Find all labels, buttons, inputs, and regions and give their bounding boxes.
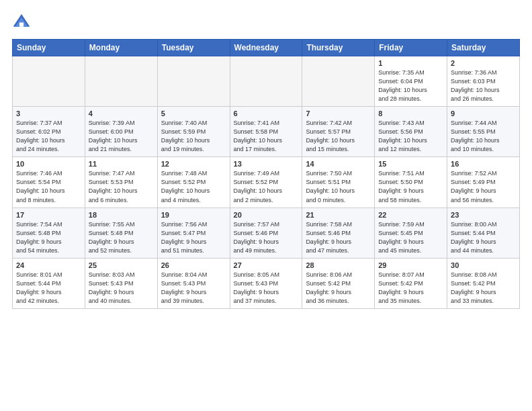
weekday-header-tuesday: Tuesday xyxy=(157,40,230,56)
weekday-header-sunday: Sunday xyxy=(13,40,85,56)
day-number: 19 xyxy=(161,211,226,219)
calendar-week-5: 24Sunrise: 8:01 AM Sunset: 5:44 PM Dayli… xyxy=(13,258,520,308)
logo-icon xyxy=(12,12,31,31)
calendar-week-1: 1Sunrise: 7:35 AM Sunset: 6:04 PM Daylig… xyxy=(13,56,520,107)
day-number: 13 xyxy=(234,160,299,168)
calendar-cell: 20Sunrise: 7:57 AM Sunset: 5:46 PM Dayli… xyxy=(230,208,302,258)
day-info: Sunrise: 8:05 AM Sunset: 5:43 PM Dayligh… xyxy=(234,271,299,306)
calendar-cell: 27Sunrise: 8:05 AM Sunset: 5:43 PM Dayli… xyxy=(230,258,302,308)
day-info: Sunrise: 7:52 AM Sunset: 5:49 PM Dayligh… xyxy=(451,169,516,204)
day-info: Sunrise: 8:01 AM Sunset: 5:44 PM Dayligh… xyxy=(16,271,81,306)
day-number: 28 xyxy=(306,261,371,269)
day-number: 3 xyxy=(16,109,81,118)
day-number: 5 xyxy=(161,109,226,118)
day-info: Sunrise: 7:54 AM Sunset: 5:48 PM Dayligh… xyxy=(16,220,81,255)
day-info: Sunrise: 7:43 AM Sunset: 5:56 PM Dayligh… xyxy=(378,119,443,154)
day-number: 27 xyxy=(234,261,299,269)
day-number: 9 xyxy=(451,109,516,118)
day-info: Sunrise: 7:36 AM Sunset: 6:03 PM Dayligh… xyxy=(451,68,516,103)
day-info: Sunrise: 7:46 AM Sunset: 5:54 PM Dayligh… xyxy=(16,169,81,204)
calendar-cell: 5Sunrise: 7:40 AM Sunset: 5:59 PM Daylig… xyxy=(157,107,230,157)
calendar-cell: 23Sunrise: 8:00 AM Sunset: 5:44 PM Dayli… xyxy=(447,208,520,258)
day-number: 18 xyxy=(89,211,154,219)
svg-rect-2 xyxy=(19,23,24,27)
calendar-cell: 24Sunrise: 8:01 AM Sunset: 5:44 PM Dayli… xyxy=(13,258,85,308)
day-info: Sunrise: 8:00 AM Sunset: 5:44 PM Dayligh… xyxy=(451,220,516,255)
calendar-week-3: 10Sunrise: 7:46 AM Sunset: 5:54 PM Dayli… xyxy=(13,157,520,208)
day-info: Sunrise: 7:57 AM Sunset: 5:46 PM Dayligh… xyxy=(234,220,299,255)
day-info: Sunrise: 7:44 AM Sunset: 5:55 PM Dayligh… xyxy=(451,119,516,154)
day-number: 24 xyxy=(16,261,81,269)
calendar-cell: 2Sunrise: 7:36 AM Sunset: 6:03 PM Daylig… xyxy=(447,56,520,107)
calendar-cell: 11Sunrise: 7:47 AM Sunset: 5:53 PM Dayli… xyxy=(85,157,157,208)
day-info: Sunrise: 8:06 AM Sunset: 5:42 PM Dayligh… xyxy=(306,271,371,306)
day-number: 10 xyxy=(16,160,81,168)
calendar-cell: 28Sunrise: 8:06 AM Sunset: 5:42 PM Dayli… xyxy=(302,258,375,308)
day-info: Sunrise: 8:07 AM Sunset: 5:42 PM Dayligh… xyxy=(378,271,443,306)
calendar-cell: 15Sunrise: 7:51 AM Sunset: 5:50 PM Dayli… xyxy=(375,157,447,208)
calendar-cell: 1Sunrise: 7:35 AM Sunset: 6:04 PM Daylig… xyxy=(375,56,447,107)
calendar-cell: 30Sunrise: 8:08 AM Sunset: 5:42 PM Dayli… xyxy=(447,258,520,308)
calendar-cell: 6Sunrise: 7:41 AM Sunset: 5:58 PM Daylig… xyxy=(230,107,302,157)
day-info: Sunrise: 8:08 AM Sunset: 5:42 PM Dayligh… xyxy=(451,271,516,306)
day-info: Sunrise: 7:59 AM Sunset: 5:45 PM Dayligh… xyxy=(378,220,443,255)
calendar-cell xyxy=(157,56,230,107)
logo xyxy=(12,12,34,31)
calendar-cell: 7Sunrise: 7:42 AM Sunset: 5:57 PM Daylig… xyxy=(302,107,375,157)
calendar-cell: 9Sunrise: 7:44 AM Sunset: 5:55 PM Daylig… xyxy=(447,107,520,157)
day-number: 12 xyxy=(161,160,226,168)
day-number: 4 xyxy=(89,109,154,118)
calendar-cell: 14Sunrise: 7:50 AM Sunset: 5:51 PM Dayli… xyxy=(302,157,375,208)
calendar-cell: 13Sunrise: 7:49 AM Sunset: 5:52 PM Dayli… xyxy=(230,157,302,208)
day-number: 1 xyxy=(378,59,443,67)
day-info: Sunrise: 8:04 AM Sunset: 5:43 PM Dayligh… xyxy=(161,271,226,306)
day-number: 30 xyxy=(451,261,516,269)
calendar-cell: 29Sunrise: 8:07 AM Sunset: 5:42 PM Dayli… xyxy=(375,258,447,308)
calendar-cell: 8Sunrise: 7:43 AM Sunset: 5:56 PM Daylig… xyxy=(375,107,447,157)
calendar-cell xyxy=(85,56,157,107)
weekday-header-wednesday: Wednesday xyxy=(230,40,302,56)
day-number: 29 xyxy=(378,261,443,269)
calendar-cell: 3Sunrise: 7:37 AM Sunset: 6:02 PM Daylig… xyxy=(13,107,85,157)
day-number: 2 xyxy=(451,59,516,67)
day-number: 21 xyxy=(306,211,371,219)
calendar-cell xyxy=(302,56,375,107)
day-info: Sunrise: 7:56 AM Sunset: 5:47 PM Dayligh… xyxy=(161,220,226,255)
weekday-header-row: SundayMondayTuesdayWednesdayThursdayFrid… xyxy=(13,40,520,56)
day-info: Sunrise: 7:37 AM Sunset: 6:02 PM Dayligh… xyxy=(16,119,81,154)
day-number: 16 xyxy=(451,160,516,168)
calendar-cell: 25Sunrise: 8:03 AM Sunset: 5:43 PM Dayli… xyxy=(85,258,157,308)
calendar-cell: 10Sunrise: 7:46 AM Sunset: 5:54 PM Dayli… xyxy=(13,157,85,208)
day-number: 23 xyxy=(451,211,516,219)
calendar-cell: 19Sunrise: 7:56 AM Sunset: 5:47 PM Dayli… xyxy=(157,208,230,258)
day-info: Sunrise: 7:47 AM Sunset: 5:53 PM Dayligh… xyxy=(89,169,154,204)
day-info: Sunrise: 7:51 AM Sunset: 5:50 PM Dayligh… xyxy=(378,169,443,204)
calendar-cell: 16Sunrise: 7:52 AM Sunset: 5:49 PM Dayli… xyxy=(447,157,520,208)
calendar-cell xyxy=(13,56,85,107)
day-info: Sunrise: 7:35 AM Sunset: 6:04 PM Dayligh… xyxy=(378,68,443,103)
day-number: 11 xyxy=(89,160,154,168)
day-info: Sunrise: 7:40 AM Sunset: 5:59 PM Dayligh… xyxy=(161,119,226,154)
day-number: 15 xyxy=(378,160,443,168)
day-number: 25 xyxy=(89,261,154,269)
calendar-cell: 4Sunrise: 7:39 AM Sunset: 6:00 PM Daylig… xyxy=(85,107,157,157)
day-number: 26 xyxy=(161,261,226,269)
day-info: Sunrise: 7:42 AM Sunset: 5:57 PM Dayligh… xyxy=(306,119,371,154)
calendar-cell: 18Sunrise: 7:55 AM Sunset: 5:48 PM Dayli… xyxy=(85,208,157,258)
weekday-header-monday: Monday xyxy=(85,40,157,56)
day-info: Sunrise: 7:58 AM Sunset: 5:46 PM Dayligh… xyxy=(306,220,371,255)
calendar: SundayMondayTuesdayWednesdayThursdayFrid… xyxy=(12,39,520,309)
day-info: Sunrise: 7:50 AM Sunset: 5:51 PM Dayligh… xyxy=(306,169,371,204)
day-info: Sunrise: 7:55 AM Sunset: 5:48 PM Dayligh… xyxy=(89,220,154,255)
day-info: Sunrise: 8:03 AM Sunset: 5:43 PM Dayligh… xyxy=(89,271,154,306)
day-number: 7 xyxy=(306,109,371,118)
day-info: Sunrise: 7:49 AM Sunset: 5:52 PM Dayligh… xyxy=(234,169,299,204)
day-number: 17 xyxy=(16,211,81,219)
calendar-week-4: 17Sunrise: 7:54 AM Sunset: 5:48 PM Dayli… xyxy=(13,208,520,258)
calendar-cell xyxy=(230,56,302,107)
day-number: 8 xyxy=(378,109,443,118)
weekday-header-saturday: Saturday xyxy=(447,40,520,56)
day-info: Sunrise: 7:48 AM Sunset: 5:52 PM Dayligh… xyxy=(161,169,226,204)
day-info: Sunrise: 7:39 AM Sunset: 6:00 PM Dayligh… xyxy=(89,119,154,154)
page: SundayMondayTuesdayWednesdayThursdayFrid… xyxy=(0,0,532,317)
